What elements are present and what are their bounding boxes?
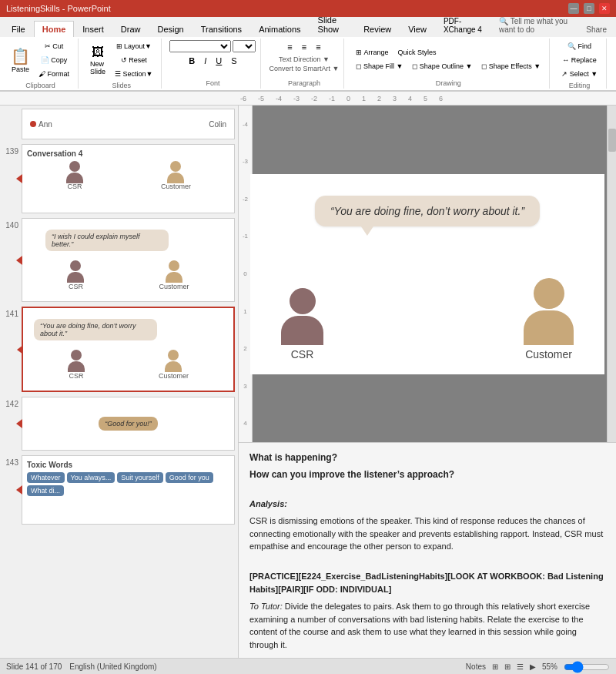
tab-design[interactable]: Design: [149, 21, 192, 37]
maximize-btn[interactable]: □: [584, 3, 594, 14]
font-controls: B I U S: [169, 40, 256, 78]
tab-transitions[interactable]: Transitions: [192, 21, 250, 37]
tab-review[interactable]: Review: [355, 21, 400, 37]
tab-pdfxchange[interactable]: PDF-XChange 4: [435, 13, 490, 37]
toxic-word-4: Good for you: [166, 472, 213, 483]
practice-label: [PRACTICE][E224_Exercise_BadListeningHab…: [249, 572, 604, 594]
underline-button[interactable]: U: [212, 54, 226, 68]
minimize-btn[interactable]: —: [568, 3, 579, 14]
slide-panel[interactable]: Ann Colin 139 Conversation 4 CSR: [0, 106, 239, 658]
find-btn[interactable]: 🔍 Find: [564, 40, 595, 52]
clipboard-label: Clipboard: [8, 80, 73, 89]
strikethrough-button[interactable]: S: [227, 54, 240, 68]
list-item: 139 Conversation 4 CSR: [3, 144, 235, 213]
font-size-select[interactable]: [233, 40, 256, 52]
slides-group: 🖼 NewSlide ⊞ Layout▼ ↺ Reset ☰ Section▼ …: [82, 39, 162, 89]
layout-button[interactable]: ⊞ Layout▼: [111, 40, 156, 52]
list-item: 141 “You are doing fine, don’t worry abo…: [3, 307, 235, 392]
slide-thumb-header[interactable]: Ann Colin: [22, 109, 235, 139]
close-btn[interactable]: ✕: [599, 3, 610, 14]
drawing-label: Drawing: [352, 78, 544, 87]
list-item: 143 Toxic Words Whatever You always... S…: [3, 455, 235, 525]
slide-thumb-142[interactable]: “Good for you!”: [22, 397, 235, 451]
window-controls[interactable]: — □ ✕: [568, 3, 610, 14]
status-bar: Slide 141 of 170 English (United Kingdom…: [0, 658, 616, 674]
tab-view[interactable]: View: [400, 21, 435, 37]
arrange-btn[interactable]: ⊞ Arrange: [352, 46, 392, 59]
italic-button[interactable]: I: [200, 54, 210, 68]
toxic-word-2: You always...: [67, 472, 116, 483]
format-painter-button[interactable]: 🖌 Format: [35, 68, 73, 80]
toxic-words-container: Whatever You always... Suit yourself Goo…: [27, 472, 229, 496]
slide-thumb-139[interactable]: Conversation 4 CSR Cus: [22, 144, 235, 213]
main-customer-body-icon: [524, 310, 574, 345]
quick-styles-btn[interactable]: Quick Styles: [393, 46, 440, 59]
main-customer-figure: Customer: [524, 278, 574, 360]
slide-thumb-143[interactable]: Toxic Words Whatever You always... Suit …: [22, 455, 235, 525]
view-normal-icon[interactable]: ⊞: [492, 662, 498, 671]
cut-button[interactable]: ✂ Cut: [35, 40, 73, 52]
view-slideshow-icon[interactable]: ▶: [530, 662, 536, 671]
convert-smartart-btn[interactable]: Convert to SmartArt ▼: [269, 65, 339, 72]
scroll-bar-right[interactable]: [607, 106, 616, 442]
view-slide-sorter-icon[interactable]: ⊞: [504, 662, 511, 671]
slide-thumb-140[interactable]: “I wish I could explain myself better.” …: [22, 218, 235, 302]
text-direction-btn[interactable]: Text Direction ▼: [279, 55, 330, 63]
align-right-btn[interactable]: ≡: [312, 40, 324, 54]
view-reading-icon[interactable]: ☰: [517, 662, 524, 671]
align-center-btn[interactable]: ≡: [298, 40, 310, 54]
slides-label: Slides: [86, 80, 156, 89]
select-btn[interactable]: ↗ Select ▼: [557, 68, 601, 80]
slide-arrow-139: [16, 174, 22, 183]
toxic-word-3: Suit yourself: [117, 472, 163, 483]
tab-slideshow[interactable]: Slide Show: [310, 12, 356, 37]
tab-file[interactable]: File: [3, 21, 34, 37]
tab-draw[interactable]: Draw: [112, 21, 149, 37]
speech-bubble-140: “I wish I could explain myself better.”: [45, 230, 169, 251]
slide-figures-139: CSR Customer: [27, 161, 229, 190]
slide-arrow-142: [16, 419, 22, 428]
replace-btn[interactable]: ↔ Replace: [558, 54, 601, 66]
slide-thumb-141[interactable]: “You are doing fine, don’t worry about i…: [22, 307, 235, 392]
editing-group: 🔍 Find ↔ Replace ↗ Select ▼ Editing: [553, 39, 607, 89]
ribbon-content: 📋 Paste ✂ Cut 📄 Copy 🖌 Format Clipboard …: [0, 37, 616, 91]
main-csr-head-icon: [290, 288, 316, 314]
slide-canvas: “You are doing fine, don’t worry about i…: [250, 174, 604, 374]
csr-body-icon: [66, 173, 83, 183]
figure-customer-140: Customer: [159, 260, 189, 290]
paragraph-label: Paragraph: [269, 78, 339, 87]
slide-view: -4 -3 -2 -1 0 1 2 3 4 “You are doing fin…: [239, 106, 616, 442]
scroll-thumb[interactable]: [608, 129, 616, 152]
tab-tell-me[interactable]: 🔍 Tell me what you want to do: [490, 13, 580, 37]
csr-head-icon: [69, 161, 80, 172]
bold-button[interactable]: B: [185, 54, 199, 68]
reset-button[interactable]: ↺ Reset: [111, 54, 156, 66]
section-button[interactable]: ☰ Section▼: [111, 68, 156, 80]
shape-effects-btn[interactable]: ◻ Shape Effects ▼: [477, 60, 544, 72]
csr-label-140: CSR: [69, 283, 83, 290]
shape-outline-btn[interactable]: ◻ Shape Outline ▼: [408, 60, 476, 72]
paste-button[interactable]: 📋 Paste: [8, 45, 33, 75]
csr-head-141-icon: [71, 350, 82, 360]
shape-fill-btn[interactable]: ◻ Shape Fill ▼: [352, 60, 407, 72]
drawing-controls: ⊞ Arrange Quick Styles ◻ Shape Fill ▼ ◻ …: [352, 40, 544, 78]
figure-csr-140: CSR: [67, 260, 84, 290]
clipboard-buttons: 📋 Paste ✂ Cut 📄 Copy 🖌 Format: [8, 40, 73, 80]
paste-icon: 📋: [12, 48, 29, 65]
para-controls: ≡ ≡ ≡ Text Direction ▼ Convert to SmartA…: [269, 40, 339, 78]
editing-controls: 🔍 Find ↔ Replace ↗ Select ▼: [557, 40, 601, 80]
notes-status-btn[interactable]: Notes: [466, 662, 486, 671]
zoom-slider[interactable]: [564, 662, 610, 672]
csr-label-141: CSR: [69, 372, 83, 380]
align-left-btn[interactable]: ≡: [283, 40, 296, 54]
tutor-label: To Tutor:: [249, 602, 283, 611]
ribbon: File Home Insert Draw Design Transitions…: [0, 17, 616, 92]
tab-animations[interactable]: Animations: [250, 21, 309, 37]
font-family-select[interactable]: [169, 40, 231, 52]
share-btn[interactable]: Share: [580, 22, 613, 37]
customer-head-140-icon: [169, 260, 179, 271]
copy-button[interactable]: 📄 Copy: [35, 54, 73, 66]
new-slide-button[interactable]: 🖼 NewSlide: [86, 43, 109, 78]
tab-insert[interactable]: Insert: [74, 21, 112, 37]
tab-home[interactable]: Home: [34, 21, 75, 37]
